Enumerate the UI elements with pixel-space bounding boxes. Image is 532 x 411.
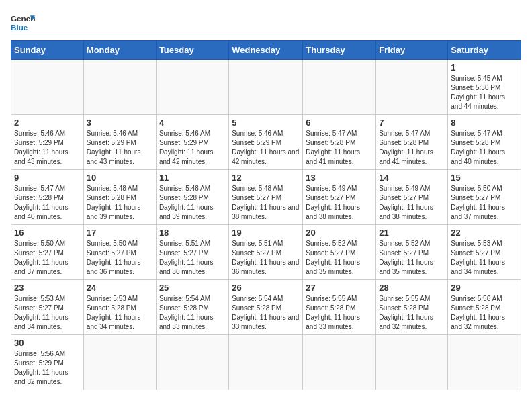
calendar-day-cell: 8Sunrise: 5:47 AM Sunset: 5:28 PM Daylig…: [448, 115, 521, 170]
day-info: Sunrise: 5:45 AM Sunset: 5:30 PM Dayligh…: [451, 74, 518, 111]
day-number: 20: [306, 228, 373, 238]
calendar-table: SundayMondayTuesdayWednesdayThursdayFrid…: [11, 40, 521, 390]
day-number: 25: [159, 283, 226, 293]
day-info: Sunrise: 5:48 AM Sunset: 5:27 PM Dayligh…: [232, 184, 300, 222]
day-number: 23: [14, 283, 81, 293]
calendar-day-cell: 17Sunrise: 5:50 AM Sunset: 5:27 PM Dayli…: [83, 225, 156, 280]
calendar-day-cell: [156, 335, 228, 390]
weekday-header: Saturday: [448, 41, 521, 60]
calendar-day-cell: 11Sunrise: 5:48 AM Sunset: 5:28 PM Dayli…: [156, 170, 228, 225]
day-info: Sunrise: 5:52 AM Sunset: 5:27 PM Dayligh…: [379, 239, 445, 277]
calendar-day-cell: 30Sunrise: 5:56 AM Sunset: 5:29 PM Dayli…: [11, 335, 84, 390]
calendar-week-row: 1Sunrise: 5:45 AM Sunset: 5:30 PM Daylig…: [11, 60, 521, 115]
day-number: 26: [232, 283, 300, 293]
calendar-day-cell: 2Sunrise: 5:46 AM Sunset: 5:29 PM Daylig…: [11, 115, 84, 170]
day-info: Sunrise: 5:54 AM Sunset: 5:28 PM Dayligh…: [159, 294, 226, 332]
calendar-week-row: 23Sunrise: 5:53 AM Sunset: 5:27 PM Dayli…: [11, 280, 521, 335]
calendar-day-cell: 18Sunrise: 5:51 AM Sunset: 5:27 PM Dayli…: [156, 225, 228, 280]
day-info: Sunrise: 5:48 AM Sunset: 5:28 PM Dayligh…: [87, 184, 153, 222]
svg-text:Blue: Blue: [11, 23, 28, 32]
day-info: Sunrise: 5:55 AM Sunset: 5:28 PM Dayligh…: [306, 294, 373, 332]
day-info: Sunrise: 5:49 AM Sunset: 5:27 PM Dayligh…: [306, 184, 373, 222]
day-number: 19: [232, 228, 300, 238]
day-number: 9: [14, 173, 81, 183]
calendar-day-cell: 27Sunrise: 5:55 AM Sunset: 5:28 PM Dayli…: [303, 280, 376, 335]
page-header: General Blue: [11, 11, 521, 35]
day-number: 27: [306, 283, 373, 293]
calendar-day-cell: 25Sunrise: 5:54 AM Sunset: 5:28 PM Dayli…: [156, 280, 228, 335]
logo: General Blue: [11, 11, 35, 35]
day-info: Sunrise: 5:47 AM Sunset: 5:28 PM Dayligh…: [306, 129, 373, 167]
day-info: Sunrise: 5:56 AM Sunset: 5:29 PM Dayligh…: [14, 349, 81, 387]
calendar-day-cell: 12Sunrise: 5:48 AM Sunset: 5:27 PM Dayli…: [229, 170, 303, 225]
day-number: 22: [451, 228, 518, 238]
calendar-week-row: 2Sunrise: 5:46 AM Sunset: 5:29 PM Daylig…: [11, 115, 521, 170]
day-number: 11: [159, 173, 226, 183]
day-number: 24: [87, 283, 153, 293]
day-number: 16: [14, 228, 81, 238]
day-number: 1: [451, 62, 518, 73]
calendar-day-cell: [303, 335, 376, 390]
day-info: Sunrise: 5:55 AM Sunset: 5:28 PM Dayligh…: [379, 294, 445, 332]
weekday-header: Sunday: [11, 41, 84, 60]
day-info: Sunrise: 5:47 AM Sunset: 5:28 PM Dayligh…: [379, 129, 445, 167]
day-number: 14: [379, 173, 445, 183]
calendar-header-row: SundayMondayTuesdayWednesdayThursdayFrid…: [11, 41, 521, 60]
calendar-day-cell: 15Sunrise: 5:50 AM Sunset: 5:27 PM Dayli…: [448, 170, 521, 225]
day-number: 15: [451, 173, 518, 183]
day-info: Sunrise: 5:54 AM Sunset: 5:28 PM Dayligh…: [232, 294, 300, 332]
calendar-day-cell: 23Sunrise: 5:53 AM Sunset: 5:27 PM Dayli…: [11, 280, 84, 335]
day-number: 30: [14, 338, 81, 348]
calendar-day-cell: 21Sunrise: 5:52 AM Sunset: 5:27 PM Dayli…: [376, 225, 448, 280]
day-info: Sunrise: 5:53 AM Sunset: 5:27 PM Dayligh…: [14, 294, 81, 332]
weekday-header: Monday: [83, 41, 156, 60]
calendar-week-row: 30Sunrise: 5:56 AM Sunset: 5:29 PM Dayli…: [11, 335, 521, 390]
day-info: Sunrise: 5:49 AM Sunset: 5:27 PM Dayligh…: [379, 184, 445, 222]
day-info: Sunrise: 5:47 AM Sunset: 5:28 PM Dayligh…: [14, 184, 81, 222]
day-number: 3: [87, 118, 153, 128]
calendar-day-cell: 6Sunrise: 5:47 AM Sunset: 5:28 PM Daylig…: [303, 115, 376, 170]
calendar-week-row: 9Sunrise: 5:47 AM Sunset: 5:28 PM Daylig…: [11, 170, 521, 225]
calendar-day-cell: 29Sunrise: 5:56 AM Sunset: 5:28 PM Dayli…: [448, 280, 521, 335]
calendar-day-cell: 24Sunrise: 5:53 AM Sunset: 5:28 PM Dayli…: [83, 280, 156, 335]
calendar-day-cell: [376, 335, 448, 390]
day-info: Sunrise: 5:48 AM Sunset: 5:28 PM Dayligh…: [159, 184, 226, 222]
day-number: 10: [87, 173, 153, 183]
calendar-day-cell: 4Sunrise: 5:46 AM Sunset: 5:29 PM Daylig…: [156, 115, 228, 170]
weekday-header: Tuesday: [156, 41, 228, 60]
calendar-day-cell: 28Sunrise: 5:55 AM Sunset: 5:28 PM Dayli…: [376, 280, 448, 335]
day-info: Sunrise: 5:52 AM Sunset: 5:27 PM Dayligh…: [306, 239, 373, 277]
day-number: 13: [306, 173, 373, 183]
calendar-day-cell: 22Sunrise: 5:53 AM Sunset: 5:27 PM Dayli…: [448, 225, 521, 280]
calendar-day-cell: [376, 60, 448, 115]
day-info: Sunrise: 5:50 AM Sunset: 5:27 PM Dayligh…: [87, 239, 153, 277]
calendar-day-cell: [83, 335, 156, 390]
day-number: 29: [451, 283, 518, 293]
day-info: Sunrise: 5:46 AM Sunset: 5:29 PM Dayligh…: [159, 129, 226, 167]
calendar-day-cell: [11, 60, 84, 115]
calendar-day-cell: [448, 335, 521, 390]
day-info: Sunrise: 5:50 AM Sunset: 5:27 PM Dayligh…: [14, 239, 81, 277]
day-info: Sunrise: 5:47 AM Sunset: 5:28 PM Dayligh…: [451, 129, 518, 167]
calendar-day-cell: [229, 335, 303, 390]
calendar-day-cell: 26Sunrise: 5:54 AM Sunset: 5:28 PM Dayli…: [229, 280, 303, 335]
calendar-day-cell: 14Sunrise: 5:49 AM Sunset: 5:27 PM Dayli…: [376, 170, 448, 225]
day-number: 17: [87, 228, 153, 238]
day-info: Sunrise: 5:46 AM Sunset: 5:29 PM Dayligh…: [87, 129, 153, 167]
day-number: 12: [232, 173, 300, 183]
calendar-day-cell: 7Sunrise: 5:47 AM Sunset: 5:28 PM Daylig…: [376, 115, 448, 170]
day-info: Sunrise: 5:46 AM Sunset: 5:29 PM Dayligh…: [232, 129, 300, 167]
day-info: Sunrise: 5:53 AM Sunset: 5:28 PM Dayligh…: [87, 294, 153, 332]
calendar-day-cell: [83, 60, 156, 115]
day-info: Sunrise: 5:51 AM Sunset: 5:27 PM Dayligh…: [159, 239, 226, 277]
calendar-day-cell: 3Sunrise: 5:46 AM Sunset: 5:29 PM Daylig…: [83, 115, 156, 170]
day-number: 2: [14, 118, 81, 128]
calendar-day-cell: 1Sunrise: 5:45 AM Sunset: 5:30 PM Daylig…: [448, 60, 521, 115]
day-info: Sunrise: 5:46 AM Sunset: 5:29 PM Dayligh…: [14, 129, 81, 167]
day-info: Sunrise: 5:56 AM Sunset: 5:28 PM Dayligh…: [451, 294, 518, 332]
day-number: 7: [379, 118, 445, 128]
calendar-day-cell: 9Sunrise: 5:47 AM Sunset: 5:28 PM Daylig…: [11, 170, 84, 225]
day-number: 8: [451, 118, 518, 128]
day-info: Sunrise: 5:53 AM Sunset: 5:27 PM Dayligh…: [451, 239, 518, 277]
calendar-week-row: 16Sunrise: 5:50 AM Sunset: 5:27 PM Dayli…: [11, 225, 521, 280]
